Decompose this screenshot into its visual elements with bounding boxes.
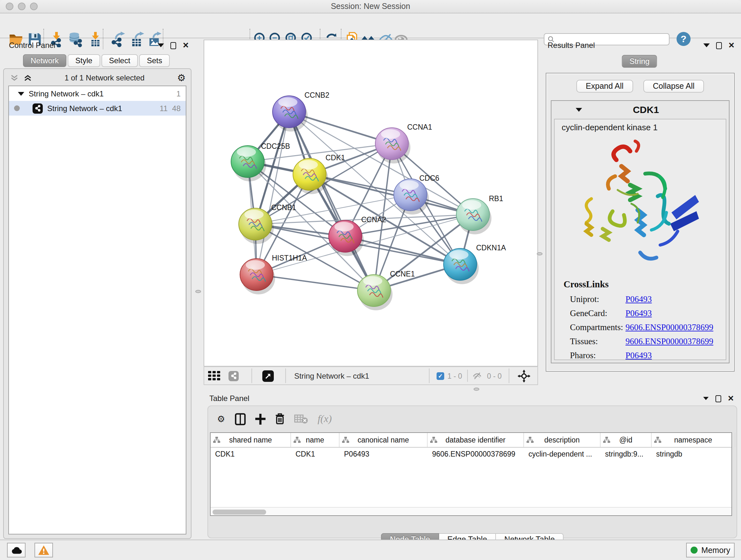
crosslinks-title: CrossLinks bbox=[563, 279, 721, 290]
zoom-window-button[interactable] bbox=[30, 3, 38, 10]
maximize-panel-icon[interactable] bbox=[716, 395, 721, 402]
expand-all-button[interactable]: Expand All bbox=[576, 80, 633, 92]
warnings-button[interactable] bbox=[35, 543, 53, 557]
node-entry-panel: CDK1 cyclin-dependent kinase 1 bbox=[551, 100, 730, 363]
entry-description: cyclin-dependent kinase 1 bbox=[562, 123, 658, 132]
selected-checkbox[interactable]: ✓ bbox=[436, 367, 444, 384]
toolbar-divider bbox=[429, 368, 429, 383]
show-columns-icon[interactable] bbox=[234, 413, 246, 425]
fit-selection-button[interactable] bbox=[517, 367, 531, 384]
node-label: CCNB2 bbox=[305, 91, 329, 99]
window-title: Session: New Session bbox=[0, 0, 741, 13]
hidden-eye-icon bbox=[472, 371, 482, 381]
network-edge[interactable] bbox=[289, 112, 374, 291]
column-header-shared-name[interactable]: shared name bbox=[211, 433, 291, 447]
column-header-canonical-name[interactable]: canonical name bbox=[340, 433, 428, 447]
status-bar: Memory bbox=[0, 540, 741, 560]
table-cell[interactable]: stringdb bbox=[652, 448, 735, 462]
column-header-database-identifier[interactable]: database identifier bbox=[428, 433, 524, 447]
table-cell[interactable]: stringdb:9... bbox=[601, 448, 652, 462]
close-panel-icon[interactable]: ✕ bbox=[183, 42, 189, 49]
network-selection-status: 1 of 1 Network selected bbox=[32, 73, 177, 82]
titlebar: Session: New Session bbox=[0, 0, 741, 13]
table-data-row[interactable]: CDK1CDK1P064939606.ENSP00000378699cyclin… bbox=[211, 448, 731, 462]
crosslink-pharos[interactable]: P06493 bbox=[625, 351, 652, 360]
crosslinks-section: CrossLinks Uniprot:P06493 GeneCard:P0649… bbox=[563, 279, 721, 360]
hidden-items-button[interactable] bbox=[472, 367, 482, 384]
crosslink-genecard[interactable]: P06493 bbox=[625, 308, 652, 318]
entry-expander-icon[interactable] bbox=[576, 108, 582, 111]
column-header-label: canonical name bbox=[357, 436, 409, 444]
table-cell[interactable]: CDK1 bbox=[291, 448, 340, 462]
network-tab-content: 1 of 1 Network selected ⚙ String Network… bbox=[3, 68, 192, 539]
tab-sets[interactable]: Sets bbox=[139, 54, 170, 67]
column-header--id[interactable]: @id bbox=[601, 433, 652, 447]
bottom-splitter-handle[interactable] bbox=[474, 388, 479, 391]
float-panel-icon[interactable] bbox=[703, 44, 710, 47]
detach-view-button[interactable] bbox=[262, 367, 274, 384]
table-cell[interactable]: P06493 bbox=[340, 448, 428, 462]
node-entry-header[interactable]: CDK1 bbox=[551, 101, 729, 118]
function-builder-icon[interactable]: f(x) bbox=[318, 413, 332, 425]
node-label: CCNB1 bbox=[271, 203, 296, 212]
column-header-name[interactable]: name bbox=[291, 433, 340, 447]
column-header-label: name bbox=[306, 436, 324, 444]
control-panel-title: Control Panel bbox=[9, 41, 158, 50]
network-options-gear-icon[interactable]: ⚙ bbox=[177, 73, 186, 83]
column-header-label: database identifier bbox=[446, 436, 506, 444]
column-header-namespace[interactable]: namespace bbox=[652, 433, 735, 447]
network-collection-row[interactable]: String Network – cdk1 1 bbox=[9, 86, 186, 101]
minimize-window-button[interactable] bbox=[18, 3, 25, 10]
collection-expander-icon[interactable] bbox=[18, 91, 24, 96]
table-cell[interactable]: 9606.ENSP00000378699 bbox=[428, 448, 524, 462]
delete-column-icon[interactable] bbox=[275, 413, 284, 425]
collapse-all-icon[interactable] bbox=[10, 74, 18, 82]
column-type-icon bbox=[293, 437, 300, 443]
crosslink-compartments[interactable]: 9606.ENSP00000378699 bbox=[625, 322, 713, 332]
close-window-button[interactable] bbox=[6, 3, 13, 10]
scrollbar-thumb[interactable] bbox=[212, 509, 266, 514]
horizontal-scrollbar[interactable] bbox=[211, 507, 731, 515]
string-results-box: Expand All Collapse All CDK1 cyclin-depe… bbox=[546, 73, 735, 372]
float-panel-icon[interactable] bbox=[703, 397, 709, 400]
toolbar-divider bbox=[285, 368, 286, 383]
maximize-panel-icon[interactable] bbox=[171, 42, 176, 49]
column-header-label: @id bbox=[619, 436, 632, 444]
add-column-icon[interactable] bbox=[255, 414, 265, 424]
close-panel-icon[interactable]: ✕ bbox=[728, 395, 734, 402]
network-edge[interactable] bbox=[257, 112, 289, 274]
column-header-description[interactable]: description bbox=[524, 433, 601, 447]
collapse-all-button[interactable]: Collapse All bbox=[643, 80, 704, 92]
node-label: RB1 bbox=[489, 194, 503, 203]
node-label: CDC6 bbox=[419, 174, 440, 182]
tab-select[interactable]: Select bbox=[101, 54, 138, 67]
table-cell[interactable]: CDK1 bbox=[211, 448, 291, 462]
column-type-icon bbox=[654, 437, 661, 443]
maximize-panel-icon[interactable] bbox=[716, 42, 722, 49]
control-panel: Control Panel ✕ Network Style Select Set… bbox=[3, 40, 192, 539]
crosslink-tissues[interactable]: 9606.ENSP00000378699 bbox=[625, 336, 713, 346]
birdseye-grid-button[interactable] bbox=[208, 367, 221, 384]
control-panel-tabs: Network Style Select Sets bbox=[23, 54, 171, 67]
table-options-gear-icon[interactable]: ⚙ bbox=[217, 414, 225, 424]
node-table-grid: shared namenamecanonical namedatabase id… bbox=[210, 432, 732, 516]
left-splitter-handle[interactable] bbox=[195, 290, 201, 293]
column-type-icon bbox=[603, 437, 610, 443]
network-row[interactable]: String Network – cdk1 11 48 bbox=[9, 101, 186, 116]
tab-network[interactable]: Network bbox=[23, 54, 66, 67]
float-panel-icon[interactable] bbox=[158, 44, 164, 47]
tab-style[interactable]: Style bbox=[68, 54, 100, 67]
crosslink-label: Pharos: bbox=[563, 351, 625, 360]
node-label: CDKN1A bbox=[476, 244, 506, 252]
tab-string[interactable]: String bbox=[622, 55, 657, 68]
crosslink-uniprot[interactable]: P06493 bbox=[625, 294, 652, 304]
expand-all-icon[interactable] bbox=[23, 74, 32, 82]
network-view-canvas[interactable]: CCNB2CCNA1CDC25BCDK1CDC6RB1CCNB1CCNA2CDK… bbox=[204, 40, 538, 367]
delete-table-icon[interactable] bbox=[294, 414, 308, 424]
network-edge[interactable] bbox=[310, 174, 473, 214]
table-cell[interactable]: cyclin-dependent ... bbox=[524, 448, 601, 462]
network-overview-button[interactable] bbox=[228, 367, 239, 384]
cloud-status-button[interactable] bbox=[7, 543, 25, 557]
memory-button[interactable]: Memory bbox=[686, 543, 735, 557]
close-panel-icon[interactable]: ✕ bbox=[728, 42, 735, 49]
